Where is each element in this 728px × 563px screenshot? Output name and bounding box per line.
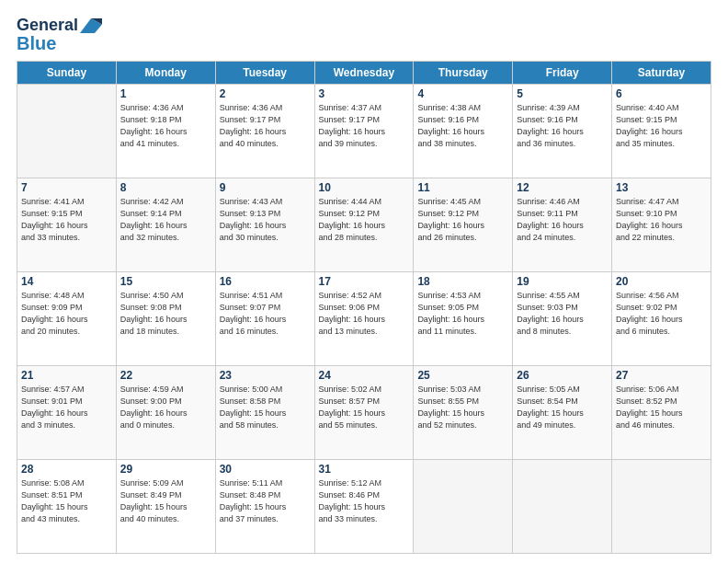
calendar-cell: 8Sunrise: 4:42 AM Sunset: 9:14 PM Daylig… <box>116 178 215 271</box>
calendar-cell: 18Sunrise: 4:53 AM Sunset: 9:05 PM Dayli… <box>414 271 513 365</box>
calendar-cell: 5Sunrise: 4:39 AM Sunset: 9:16 PM Daylig… <box>513 84 612 178</box>
calendar-cell: 31Sunrise: 5:12 AM Sunset: 8:46 PM Dayli… <box>314 459 414 553</box>
day-number: 3 <box>319 87 410 100</box>
day-info: Sunrise: 5:02 AM Sunset: 8:57 PM Dayligh… <box>319 384 410 431</box>
calendar-cell: 30Sunrise: 5:11 AM Sunset: 8:48 PM Dayli… <box>215 459 314 553</box>
calendar-week-row: 14Sunrise: 4:48 AM Sunset: 9:09 PM Dayli… <box>17 271 711 365</box>
calendar-day-header: Wednesday <box>314 61 414 84</box>
day-number: 8 <box>120 181 211 194</box>
calendar-cell: 11Sunrise: 4:45 AM Sunset: 9:12 PM Dayli… <box>414 178 513 271</box>
day-number: 10 <box>319 181 410 194</box>
day-info: Sunrise: 5:05 AM Sunset: 8:54 PM Dayligh… <box>517 384 608 431</box>
page: General Blue SundayMondayTuesdayWednesda… <box>0 0 728 563</box>
day-number: 12 <box>517 181 608 194</box>
calendar-cell: 29Sunrise: 5:09 AM Sunset: 8:49 PM Dayli… <box>116 459 215 553</box>
day-info: Sunrise: 5:08 AM Sunset: 8:51 PM Dayligh… <box>21 477 112 525</box>
calendar-cell: 9Sunrise: 4:43 AM Sunset: 9:13 PM Daylig… <box>215 178 314 271</box>
day-number: 17 <box>319 275 410 288</box>
calendar-cell: 17Sunrise: 4:52 AM Sunset: 9:06 PM Dayli… <box>314 271 414 365</box>
day-info: Sunrise: 4:37 AM Sunset: 9:17 PM Dayligh… <box>319 102 410 150</box>
day-number: 27 <box>616 369 707 382</box>
calendar-day-header: Saturday <box>612 61 711 84</box>
calendar-cell: 16Sunrise: 4:51 AM Sunset: 9:07 PM Dayli… <box>215 271 314 365</box>
day-info: Sunrise: 4:40 AM Sunset: 9:15 PM Dayligh… <box>616 102 707 150</box>
day-info: Sunrise: 4:53 AM Sunset: 9:05 PM Dayligh… <box>417 290 508 338</box>
calendar-cell <box>17 84 117 178</box>
day-info: Sunrise: 4:39 AM Sunset: 9:16 PM Dayligh… <box>517 102 608 150</box>
calendar-day-header: Friday <box>513 61 612 84</box>
day-info: Sunrise: 5:06 AM Sunset: 8:52 PM Dayligh… <box>616 384 707 431</box>
day-number: 24 <box>319 369 410 382</box>
day-number: 2 <box>220 87 311 100</box>
day-number: 28 <box>21 463 112 476</box>
logo: General Blue <box>17 17 102 53</box>
day-number: 30 <box>220 463 311 476</box>
calendar-week-row: 7Sunrise: 4:41 AM Sunset: 9:15 PM Daylig… <box>17 178 711 271</box>
day-info: Sunrise: 4:56 AM Sunset: 9:02 PM Dayligh… <box>616 290 707 338</box>
day-info: Sunrise: 4:41 AM Sunset: 9:15 PM Dayligh… <box>21 196 112 244</box>
calendar-cell: 13Sunrise: 4:47 AM Sunset: 9:10 PM Dayli… <box>612 178 711 271</box>
day-info: Sunrise: 5:12 AM Sunset: 8:46 PM Dayligh… <box>319 477 410 525</box>
day-info: Sunrise: 4:36 AM Sunset: 9:18 PM Dayligh… <box>120 102 211 150</box>
day-number: 14 <box>21 275 112 288</box>
day-info: Sunrise: 4:55 AM Sunset: 9:03 PM Dayligh… <box>517 290 608 338</box>
day-info: Sunrise: 4:36 AM Sunset: 9:17 PM Dayligh… <box>220 102 311 150</box>
calendar-week-row: 1Sunrise: 4:36 AM Sunset: 9:18 PM Daylig… <box>17 84 711 178</box>
day-info: Sunrise: 5:00 AM Sunset: 8:58 PM Dayligh… <box>220 384 311 431</box>
logo-icon <box>80 18 102 33</box>
calendar-cell: 15Sunrise: 4:50 AM Sunset: 9:08 PM Dayli… <box>116 271 215 365</box>
day-info: Sunrise: 4:45 AM Sunset: 9:12 PM Dayligh… <box>417 196 508 244</box>
day-info: Sunrise: 4:43 AM Sunset: 9:13 PM Dayligh… <box>220 196 311 244</box>
day-number: 18 <box>417 275 508 288</box>
calendar-week-row: 21Sunrise: 4:57 AM Sunset: 9:01 PM Dayli… <box>17 365 711 459</box>
calendar-cell: 26Sunrise: 5:05 AM Sunset: 8:54 PM Dayli… <box>513 365 612 459</box>
day-info: Sunrise: 4:50 AM Sunset: 9:08 PM Dayligh… <box>120 290 211 338</box>
calendar-day-header: Thursday <box>414 61 513 84</box>
day-number: 19 <box>517 275 608 288</box>
day-number: 23 <box>220 369 311 382</box>
day-info: Sunrise: 5:11 AM Sunset: 8:48 PM Dayligh… <box>220 477 311 525</box>
day-number: 6 <box>616 87 707 100</box>
calendar-cell: 21Sunrise: 4:57 AM Sunset: 9:01 PM Dayli… <box>17 365 117 459</box>
calendar-cell: 14Sunrise: 4:48 AM Sunset: 9:09 PM Dayli… <box>17 271 117 365</box>
day-number: 16 <box>220 275 311 288</box>
day-info: Sunrise: 4:47 AM Sunset: 9:10 PM Dayligh… <box>616 196 707 244</box>
day-number: 9 <box>220 181 311 194</box>
calendar-cell <box>513 459 612 553</box>
calendar-cell: 3Sunrise: 4:37 AM Sunset: 9:17 PM Daylig… <box>314 84 414 178</box>
day-info: Sunrise: 5:09 AM Sunset: 8:49 PM Dayligh… <box>120 477 211 525</box>
calendar-cell: 2Sunrise: 4:36 AM Sunset: 9:17 PM Daylig… <box>215 84 314 178</box>
day-info: Sunrise: 4:44 AM Sunset: 9:12 PM Dayligh… <box>319 196 410 244</box>
calendar-cell: 12Sunrise: 4:46 AM Sunset: 9:11 PM Dayli… <box>513 178 612 271</box>
day-number: 22 <box>120 369 211 382</box>
day-info: Sunrise: 4:57 AM Sunset: 9:01 PM Dayligh… <box>21 384 112 431</box>
day-info: Sunrise: 4:46 AM Sunset: 9:11 PM Dayligh… <box>517 196 608 244</box>
calendar-cell <box>414 459 513 553</box>
day-number: 15 <box>120 275 211 288</box>
calendar-day-header: Monday <box>116 61 215 84</box>
calendar-cell: 1Sunrise: 4:36 AM Sunset: 9:18 PM Daylig… <box>116 84 215 178</box>
day-number: 29 <box>120 463 211 476</box>
day-number: 26 <box>517 369 608 382</box>
calendar-cell: 6Sunrise: 4:40 AM Sunset: 9:15 PM Daylig… <box>612 84 711 178</box>
calendar-cell: 25Sunrise: 5:03 AM Sunset: 8:55 PM Dayli… <box>414 365 513 459</box>
day-number: 11 <box>417 181 508 194</box>
calendar-day-header: Tuesday <box>215 61 314 84</box>
day-number: 31 <box>319 463 410 476</box>
calendar-cell: 19Sunrise: 4:55 AM Sunset: 9:03 PM Dayli… <box>513 271 612 365</box>
day-number: 20 <box>616 275 707 288</box>
calendar-cell: 4Sunrise: 4:38 AM Sunset: 9:16 PM Daylig… <box>414 84 513 178</box>
calendar-cell: 27Sunrise: 5:06 AM Sunset: 8:52 PM Dayli… <box>612 365 711 459</box>
calendar-cell <box>612 459 711 553</box>
day-number: 13 <box>616 181 707 194</box>
day-number: 5 <box>517 87 608 100</box>
day-info: Sunrise: 4:52 AM Sunset: 9:06 PM Dayligh… <box>319 290 410 338</box>
day-number: 21 <box>21 369 112 382</box>
logo-blue: Blue <box>17 33 56 53</box>
calendar-cell: 20Sunrise: 4:56 AM Sunset: 9:02 PM Dayli… <box>612 271 711 365</box>
calendar: SundayMondayTuesdayWednesdayThursdayFrid… <box>17 61 711 554</box>
calendar-cell: 22Sunrise: 4:59 AM Sunset: 9:00 PM Dayli… <box>116 365 215 459</box>
day-number: 1 <box>120 87 211 100</box>
calendar-cell: 24Sunrise: 5:02 AM Sunset: 8:57 PM Dayli… <box>314 365 414 459</box>
day-info: Sunrise: 4:42 AM Sunset: 9:14 PM Dayligh… <box>120 196 211 244</box>
